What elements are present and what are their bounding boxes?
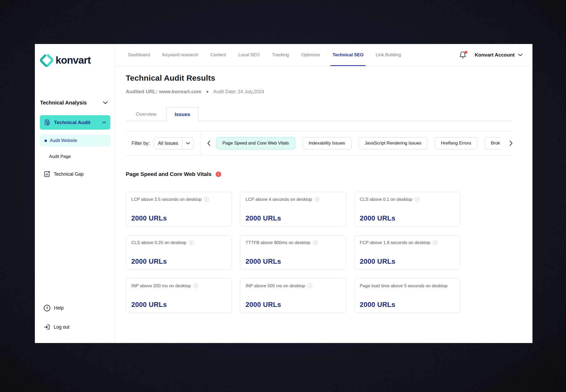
tab-overview[interactable]: Overview: [126, 107, 166, 121]
chevron-left-icon: [207, 140, 210, 146]
sidebar-section-label: Technical Analysis: [40, 100, 87, 106]
audit-date: Audit Date: 24 July,2024: [213, 89, 264, 95]
issues-filter-dropdown[interactable]: All Issues: [154, 137, 194, 149]
separator-dot-icon: [206, 91, 208, 93]
main-area: Dashboard Keyword research Content Local…: [115, 44, 532, 343]
card-title: LCP above 4 seconds on desktop: [246, 197, 312, 203]
filter-by-label: Filter by:: [132, 141, 150, 146]
issue-card[interactable]: LCP above 4 seconds on desktop i 2000 UR…: [240, 192, 346, 227]
card-value: 2000 URLs: [246, 301, 341, 309]
card-title: CLS above 0.1 on desktop: [360, 197, 412, 203]
svg-text:?: ?: [46, 306, 48, 310]
card-value: 2000 URLs: [131, 257, 226, 266]
sidebar-item-technical-gap[interactable]: Technical Gap: [40, 171, 110, 178]
logout-button[interactable]: Log out: [43, 324, 110, 330]
sidebar-item-label: Audit Website: [50, 138, 77, 143]
issue-card[interactable]: TTTFB above 800ms on desktop i 2000 URLs: [240, 235, 346, 270]
nav-item-technical-seo[interactable]: Technical SEO: [333, 44, 363, 66]
logout-label: Log out: [54, 324, 69, 330]
issue-cards-grid: LCP above 2.5 seconds on desktop i 2000 …: [126, 192, 513, 313]
info-icon[interactable]: i: [204, 197, 209, 202]
help-label: Help: [54, 305, 64, 311]
issue-card[interactable]: CLS above 0.1 on desktop i 2000 URLs: [354, 192, 460, 227]
info-icon[interactable]: i: [313, 240, 318, 245]
issue-card[interactable]: FCP above 1.8 seconds on desktop i 2000 …: [354, 235, 460, 270]
chevron-up-icon: [102, 121, 106, 124]
chevron-down-icon: [103, 101, 108, 104]
sidebar-item-audit-page[interactable]: Audit Page: [40, 154, 110, 159]
tab-bar: Overview Issues: [126, 107, 513, 121]
info-icon[interactable]: i: [189, 240, 194, 245]
page-content: Technical Audit Results Audited URL: www…: [115, 66, 532, 343]
brand-logo[interactable]: konvart: [40, 54, 110, 67]
info-icon[interactable]: i: [193, 283, 198, 288]
chips-scroll-right-button[interactable]: [509, 140, 513, 146]
sidebar-item-label: Technical Gap: [54, 172, 84, 177]
sidebar-footer: ? Help Log out: [40, 305, 110, 330]
card-value: 2000 URLs: [360, 257, 455, 266]
nav-item-keyword-research[interactable]: Keyword research: [162, 44, 198, 66]
section-title: Page Speed and Core Web Vitals: [126, 171, 211, 177]
card-value: 2000 URLs: [131, 214, 226, 222]
nav-item-link-building[interactable]: Link Building: [376, 44, 401, 66]
account-name: Konvart Account: [475, 52, 515, 58]
sidebar: konvart Technical Analysis Technical Aud…: [35, 44, 115, 343]
technical-gap-icon: [43, 171, 50, 178]
nav-item-tracking[interactable]: Tracking: [272, 44, 289, 66]
account-menu[interactable]: Konvart Account: [475, 52, 523, 58]
card-title: LCP above 2.5 seconds on desktop: [131, 197, 202, 203]
issue-card[interactable]: LCP above 2.5 seconds on desktop i 2000 …: [126, 192, 232, 227]
chevron-down-icon: [182, 138, 193, 149]
top-navigation: Dashboard Keyword research Content Local…: [115, 44, 532, 66]
sidebar-item-audit-website[interactable]: Audit Website: [40, 135, 110, 146]
nav-item-local-seo[interactable]: Local SEO: [238, 44, 260, 66]
card-value: 2000 URLs: [131, 301, 226, 309]
card-title: Page load time above 5 seconds on deskto…: [360, 283, 448, 289]
chevron-right-icon: [509, 140, 513, 146]
app-window: konvart Technical Analysis Technical Aud…: [35, 44, 532, 343]
konvart-logo-icon: [40, 54, 53, 67]
tab-issues[interactable]: Issues: [166, 107, 198, 121]
notifications-button[interactable]: [459, 51, 467, 59]
sidebar-section-technical-analysis[interactable]: Technical Analysis: [40, 100, 110, 106]
card-title: CLS above 0.25 on desktop: [131, 240, 186, 246]
nav-item-content[interactable]: Content: [210, 44, 226, 66]
issue-card[interactable]: INP above 500 ms on desktop i 2000 URLs: [240, 278, 346, 313]
info-icon[interactable]: i: [315, 197, 319, 202]
sidebar-item-technical-audit[interactable]: Technical Audit: [40, 115, 110, 130]
chip-page-speed-core-web-vitals[interactable]: Page Speed and Core Web Vitals: [216, 137, 295, 149]
brand-name: konvart: [56, 54, 91, 66]
issue-card[interactable]: INP above 200 ms on desktop i 2000 URLs: [126, 278, 232, 313]
nav-item-optimizer[interactable]: Optimizer: [301, 44, 320, 66]
audited-url: Audited URL: www.konvart.com: [126, 89, 202, 95]
logout-icon: [43, 324, 50, 330]
bullet-dot-icon: [45, 140, 47, 142]
card-value: 2000 URLs: [360, 301, 455, 309]
notification-badge: [465, 51, 467, 54]
card-title: INP above 200 ms on desktop: [131, 283, 191, 289]
card-value: 2000 URLs: [246, 214, 341, 222]
help-button[interactable]: ? Help: [43, 305, 110, 312]
sidebar-item-label: Technical Audit: [54, 120, 90, 125]
chip-hreflang-errors[interactable]: Hreflang Errors: [435, 137, 477, 149]
card-value: 2000 URLs: [360, 214, 455, 222]
audit-meta: Audited URL: www.konvart.com Audit Date:…: [126, 89, 513, 95]
nav-item-dashboard[interactable]: Dashboard: [128, 44, 150, 66]
help-icon: ?: [43, 305, 51, 312]
filter-divider: [201, 131, 201, 155]
chip-broken[interactable]: Broken: [485, 137, 500, 149]
issue-card[interactable]: CLS above 0.25 on desktop i 2000 URLs: [126, 235, 232, 270]
info-icon[interactable]: i: [433, 240, 438, 245]
section-heading: Page Speed and Core Web Vitals !: [126, 171, 513, 177]
info-icon[interactable]: i: [415, 197, 420, 202]
info-icon[interactable]: i: [308, 283, 312, 288]
nav-right-group: Konvart Account: [459, 44, 523, 66]
dropdown-selected-value: All Issues: [154, 138, 182, 149]
issue-card[interactable]: Page load time above 5 seconds on deskto…: [354, 278, 460, 313]
card-title: TTTFB above 800ms on desktop: [246, 240, 311, 246]
chip-indexability-issues[interactable]: Indexability Issues: [302, 137, 351, 149]
chip-javascript-rendering-issues[interactable]: JavaScript Rendering Issues: [358, 137, 428, 149]
page-title: Technical Audit Results: [126, 74, 513, 82]
chips-scroll-left-button[interactable]: [207, 140, 210, 146]
alert-icon: !: [216, 172, 221, 177]
